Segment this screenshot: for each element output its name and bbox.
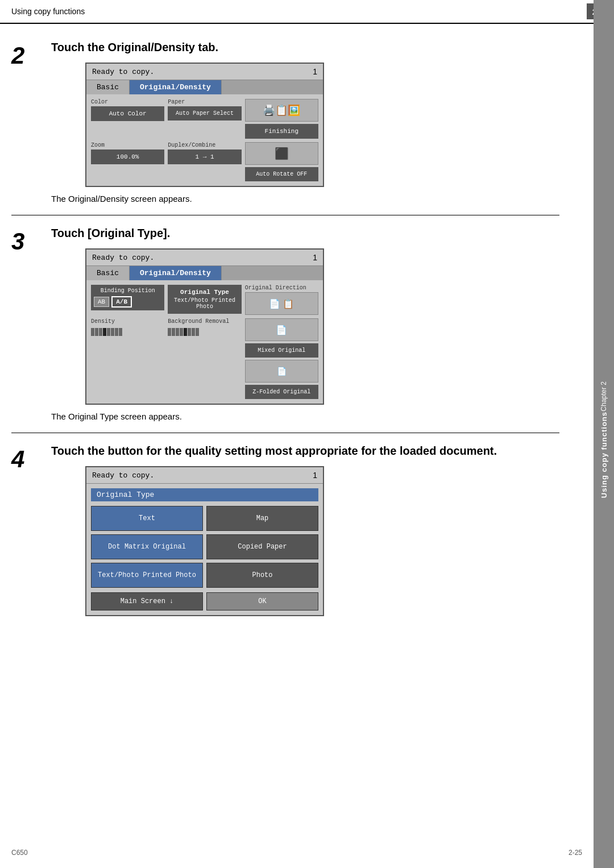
footer-page: 2-25 <box>569 849 582 857</box>
step-4-number: 4 <box>11 445 40 616</box>
right-sidebar: Chapter 2 Using copy functions <box>594 0 614 868</box>
bg-seg-5 <box>184 328 187 336</box>
finishing-icons: 🖨️📋🖼️ <box>245 99 318 122</box>
density-seg-2 <box>95 328 98 336</box>
btn-photo[interactable]: Photo <box>206 563 318 588</box>
density-bar <box>91 326 164 338</box>
step-3-title: Touch [Original Type]. <box>51 227 559 240</box>
step-3-number: 3 <box>11 227 40 421</box>
btn-dot-matrix[interactable]: Dot Matrix Original <box>91 534 203 559</box>
density-seg-5 <box>107 328 110 336</box>
z-folded-icon: 📄 <box>245 360 318 383</box>
tab-original-density-2[interactable]: Original/Density <box>130 266 222 280</box>
btn-map[interactable]: Map <box>206 506 318 531</box>
screen-3-header: Ready to copy. 1 <box>86 467 323 484</box>
cell-bg-removal: Background Removal <box>168 318 241 399</box>
binding-label-btn: Binding Position AB A/B <box>91 285 164 310</box>
density-seg-4 <box>103 328 106 336</box>
screen-2-header: Ready to copy. 1 <box>86 250 323 266</box>
screen-3-counter: 1 <box>313 471 317 480</box>
density-label: Density <box>91 318 164 325</box>
screen-2-status: Ready to copy. <box>92 254 154 262</box>
screen-cell-zoom: Zoom 100.0% <box>91 142 164 181</box>
screen-2-counter: 1 <box>313 253 317 262</box>
screen-mockup-3: Ready to copy. 1 Original Type Text Map … <box>85 466 324 616</box>
screen-1-header: Ready to copy. 1 <box>86 64 323 80</box>
tab-basic-2[interactable]: Basic <box>86 266 130 280</box>
cell-original-type: Original Type Text/Photo Printed Photo <box>168 285 241 315</box>
duplex-label: Duplex/Combine <box>168 142 241 148</box>
color-btn[interactable]: Auto Color <box>91 106 164 121</box>
bg-seg-7 <box>192 328 195 336</box>
zoom-btn[interactable]: 100.0% <box>91 149 164 164</box>
orig-dir-icons: 📄 📋 <box>245 292 318 315</box>
step-4-title: Touch the button for the quality setting… <box>51 445 559 458</box>
autorotate-icon: ⬛ <box>245 142 318 165</box>
step-2-title: Touch the Original/Density tab. <box>51 41 559 54</box>
mixed-original-btn[interactable]: Mixed Original <box>245 343 318 358</box>
cell-binding: Binding Position AB A/B <box>91 285 164 315</box>
step-2-section: 2 Touch the Original/Density tab. Ready … <box>11 30 559 215</box>
bg-seg-8 <box>196 328 199 336</box>
screen-mockup-1: Ready to copy. 1 Basic Original/Density … <box>85 63 324 187</box>
mixed-orig-icon: 📄 <box>245 318 318 341</box>
step-3-content: Touch [Original Type]. Ready to copy. 1 … <box>51 227 559 421</box>
bg-removal-label: Background Removal <box>168 318 241 325</box>
step-2-number: 2 <box>11 41 40 203</box>
screen-1-counter: 1 <box>313 67 317 76</box>
top-bar: Using copy functions 2 <box>0 0 614 24</box>
btn-text-photo[interactable]: Text/Photo Printed Photo <box>91 563 203 588</box>
screen-1-tabs: Basic Original/Density <box>86 80 323 94</box>
autorotate-btn[interactable]: Auto Rotate OFF <box>245 167 318 181</box>
original-type-btn[interactable]: Original Type Text/Photo Printed Photo <box>168 285 241 314</box>
step-4-section: 4 Touch the button for the quality setti… <box>11 433 559 628</box>
page-footer: C650 2-25 <box>11 849 582 857</box>
btn-text[interactable]: Text <box>91 506 203 531</box>
sidebar-label: Using copy functions <box>600 412 608 498</box>
finishing-btn[interactable]: Finishing <box>245 124 318 139</box>
density-seg-8 <box>119 328 122 336</box>
screen-2-grid: Binding Position AB A/B Original Type Te… <box>91 285 318 399</box>
bg-seg-6 <box>188 328 191 336</box>
screen-1-grid: Color Auto Color Paper Auto Paper Select… <box>91 99 318 181</box>
density-seg-1 <box>91 328 94 336</box>
screen-3-status: Ready to copy. <box>92 471 154 480</box>
step-4-content: Touch the button for the quality setting… <box>51 445 559 616</box>
density-seg-3 <box>99 328 102 336</box>
density-seg-7 <box>115 328 118 336</box>
screen-3-grid: Text Map Dot Matrix Original Copied Pape… <box>91 506 318 588</box>
btn-ok[interactable]: OK <box>206 592 318 610</box>
bg-seg-1 <box>168 328 171 336</box>
footer-model: C650 <box>11 849 28 857</box>
screen-cell-autorotate: ⬛ Auto Rotate OFF <box>245 142 318 181</box>
paper-label: Paper <box>168 99 241 105</box>
screen-1-body: Color Auto Color Paper Auto Paper Select… <box>86 94 323 186</box>
screen-2-body: Binding Position AB A/B Original Type Te… <box>86 280 323 404</box>
tab-basic-1[interactable]: Basic <box>86 80 130 94</box>
cell-mixed-original: 📄 Mixed Original 📄 Z-Folded Original <box>245 318 318 399</box>
tab-original-density-1[interactable]: Original/Density <box>130 80 222 94</box>
duplex-btn[interactable]: 1 → 1 <box>168 149 241 164</box>
step-2-description: The Original/Density screen appears. <box>51 194 559 203</box>
screen-cell-paper: Paper Auto Paper Select <box>168 99 241 139</box>
screen-3-body: Original Type Text Map Dot Matrix Origin… <box>86 484 323 615</box>
zoom-label: Zoom <box>91 142 164 148</box>
paper-btn[interactable]: Auto Paper Select <box>168 106 241 121</box>
main-content: 2 Touch the Original/Density tab. Ready … <box>0 24 594 633</box>
step-3-section: 3 Touch [Original Type]. Ready to copy. … <box>11 215 559 433</box>
color-label: Color <box>91 99 164 105</box>
btn-main-screen[interactable]: Main Screen ↓ <box>91 592 203 610</box>
cell-density: Density <box>91 318 164 399</box>
z-folded-btn[interactable]: Z-Folded Original <box>245 385 318 399</box>
screen-1-status: Ready to copy. <box>92 68 154 76</box>
sidebar-chapter: Chapter 2 <box>600 381 608 412</box>
bg-removal-bar <box>168 326 241 338</box>
screen-cell-color: Color Auto Color <box>91 99 164 139</box>
btn-copied-paper[interactable]: Copied Paper <box>206 534 318 559</box>
screen-3-section-title: Original Type <box>91 488 318 501</box>
bg-seg-3 <box>176 328 179 336</box>
density-seg-6 <box>111 328 114 336</box>
page-section-label: Using copy functions <box>11 7 85 16</box>
bg-seg-4 <box>180 328 183 336</box>
cell-original-direction: Original Direction 📄 📋 <box>245 285 318 315</box>
